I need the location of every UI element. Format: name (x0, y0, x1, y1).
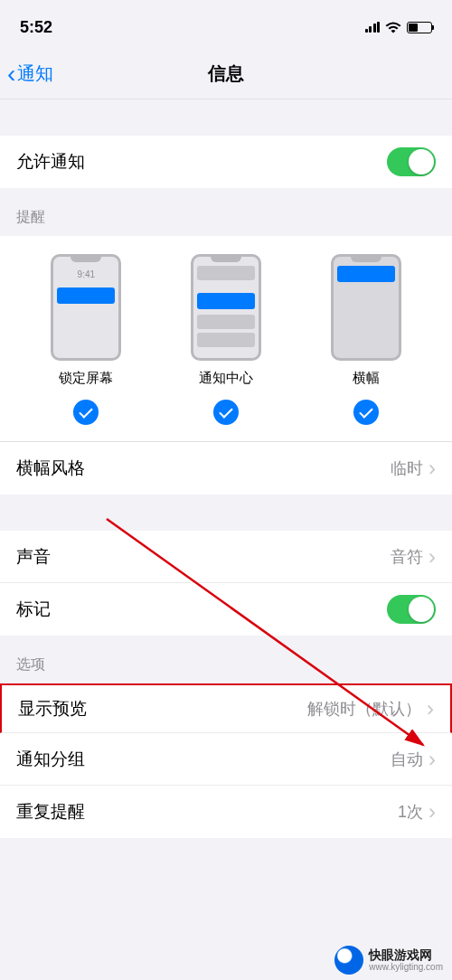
chevron-left-icon: ‹ (7, 61, 15, 87)
lockscreen-preview-icon: 9:41 (51, 254, 121, 361)
nav-bar: ‹ 通知 信息 (0, 49, 452, 99)
chevron-right-icon: › (428, 799, 436, 825)
sounds-cell[interactable]: 声音 音符 › (0, 531, 452, 583)
status-bar: 5:52 (0, 0, 452, 49)
chevron-right-icon: › (428, 747, 436, 772)
show-preview-cell[interactable]: 显示预览 解锁时（默认） › (0, 683, 452, 733)
chevron-right-icon: › (428, 456, 436, 481)
alert-lockscreen[interactable]: 9:41 锁定屏幕 (51, 254, 121, 425)
watermark-title: 快眼游戏网 (369, 948, 443, 962)
badges-cell[interactable]: 标记 (0, 583, 452, 636)
allow-label: 允许通知 (16, 150, 85, 174)
alerts-header: 提醒 (0, 188, 452, 236)
grouping-label: 通知分组 (16, 748, 85, 771)
grouping-cell[interactable]: 通知分组 自动 › (0, 733, 452, 786)
checkmark-icon (353, 400, 379, 425)
watermark-logo-icon (334, 946, 363, 975)
options-header: 选项 (0, 636, 452, 683)
badges-label: 标记 (16, 598, 51, 621)
cellular-icon (365, 22, 381, 33)
watermark: 快眼游戏网 www.kyligting.com (334, 946, 443, 975)
show-preview-value: 解锁时（默认） (307, 698, 421, 720)
checkmark-icon (73, 400, 99, 425)
status-icons (365, 22, 433, 33)
allow-notifications-cell[interactable]: 允许通知 (0, 136, 452, 188)
repeat-cell[interactable]: 重复提醒 1次 › (0, 786, 452, 838)
repeat-value: 1次 (398, 801, 423, 823)
status-time: 5:52 (20, 18, 52, 37)
banner-label: 横幅 (353, 370, 380, 387)
watermark-url: www.kyligting.com (369, 962, 443, 972)
wifi-icon (385, 22, 401, 33)
show-preview-label: 显示预览 (18, 697, 87, 721)
banner-style-cell[interactable]: 横幅风格 临时 › (0, 442, 452, 495)
chevron-right-icon: › (428, 544, 436, 570)
chevron-right-icon: › (427, 696, 434, 721)
alert-types: 9:41 锁定屏幕 通知中心 横幅 (0, 236, 452, 441)
banner-style-label: 横幅风格 (16, 457, 85, 480)
banner-style-value: 临时 (391, 457, 423, 479)
back-button[interactable]: ‹ 通知 (0, 61, 53, 87)
center-label: 通知中心 (199, 370, 253, 387)
badges-toggle[interactable] (387, 595, 436, 624)
lockscreen-label: 锁定屏幕 (59, 370, 113, 387)
sounds-label: 声音 (16, 545, 51, 569)
allow-notifications-toggle[interactable] (387, 147, 436, 176)
checkmark-icon (213, 400, 239, 425)
repeat-label: 重复提醒 (16, 800, 85, 824)
page-title: 信息 (208, 61, 244, 86)
sounds-value: 音符 (391, 546, 423, 568)
battery-icon (407, 22, 432, 33)
grouping-value: 自动 (391, 749, 423, 770)
banner-preview-icon (331, 254, 401, 361)
alert-notification-center[interactable]: 通知中心 (191, 254, 261, 425)
alert-banner[interactable]: 横幅 (331, 254, 401, 425)
back-label: 通知 (17, 61, 53, 86)
center-preview-icon (191, 254, 261, 361)
